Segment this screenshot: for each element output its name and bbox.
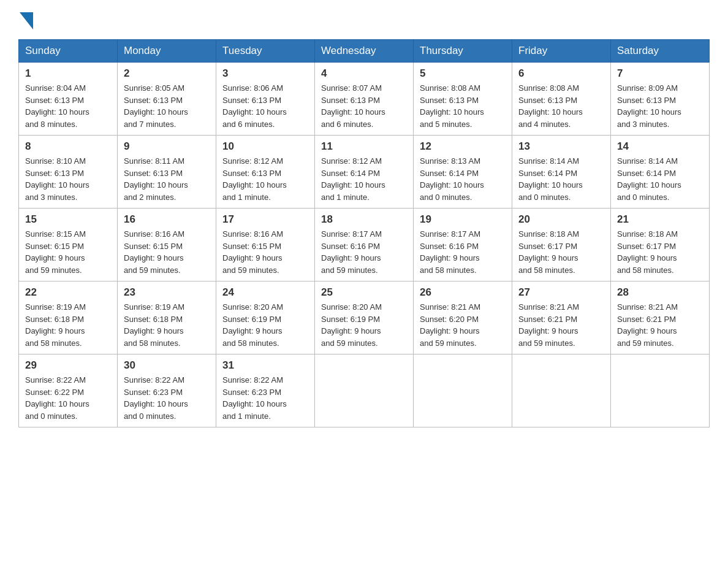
day-info: Sunrise: 8:05 AMSunset: 6:13 PMDaylight:… (124, 82, 210, 130)
day-info: Sunrise: 8:13 AMSunset: 6:14 PMDaylight:… (420, 155, 506, 203)
day-number: 13 (518, 140, 604, 153)
day-number: 29 (25, 359, 111, 372)
day-number: 15 (25, 213, 111, 226)
day-info: Sunrise: 8:17 AMSunset: 6:16 PMDaylight:… (321, 228, 407, 276)
calendar-cell: 20Sunrise: 8:18 AMSunset: 6:17 PMDayligh… (512, 209, 611, 282)
calendar-cell: 30Sunrise: 8:22 AMSunset: 6:23 PMDayligh… (118, 354, 216, 427)
day-number: 14 (617, 140, 703, 153)
day-info: Sunrise: 8:19 AMSunset: 6:18 PMDaylight:… (25, 301, 111, 349)
page-header (18, 12, 710, 27)
calendar-cell (414, 354, 512, 427)
day-number: 28 (617, 286, 703, 299)
day-number: 20 (518, 213, 604, 226)
calendar-week-row: 8Sunrise: 8:10 AMSunset: 6:13 PMDaylight… (19, 136, 710, 209)
day-number: 7 (617, 67, 703, 80)
logo (18, 12, 33, 27)
calendar-cell: 1Sunrise: 8:04 AMSunset: 6:13 PMDaylight… (19, 63, 118, 136)
day-number: 10 (222, 140, 308, 153)
day-number: 11 (321, 140, 407, 153)
calendar-cell: 19Sunrise: 8:17 AMSunset: 6:16 PMDayligh… (414, 209, 512, 282)
day-info: Sunrise: 8:16 AMSunset: 6:15 PMDaylight:… (124, 228, 210, 276)
day-number: 3 (222, 67, 308, 80)
day-info: Sunrise: 8:21 AMSunset: 6:20 PMDaylight:… (420, 301, 506, 349)
logo-triangle-icon (20, 12, 33, 29)
svg-marker-0 (20, 12, 33, 29)
calendar-cell: 12Sunrise: 8:13 AMSunset: 6:14 PMDayligh… (414, 136, 512, 209)
calendar-cell: 7Sunrise: 8:09 AMSunset: 6:13 PMDaylight… (611, 63, 710, 136)
day-info: Sunrise: 8:20 AMSunset: 6:19 PMDaylight:… (321, 301, 407, 349)
calendar-cell: 11Sunrise: 8:12 AMSunset: 6:14 PMDayligh… (315, 136, 414, 209)
day-info: Sunrise: 8:17 AMSunset: 6:16 PMDaylight:… (420, 228, 506, 276)
day-info: Sunrise: 8:22 AMSunset: 6:23 PMDaylight:… (124, 374, 210, 422)
day-info: Sunrise: 8:10 AMSunset: 6:13 PMDaylight:… (25, 155, 111, 203)
day-number: 18 (321, 213, 407, 226)
day-number: 26 (420, 286, 506, 299)
day-info: Sunrise: 8:18 AMSunset: 6:17 PMDaylight:… (518, 228, 604, 276)
calendar-week-row: 22Sunrise: 8:19 AMSunset: 6:18 PMDayligh… (19, 282, 710, 354)
day-number: 4 (321, 67, 407, 80)
calendar-header-saturday: Saturday (611, 40, 710, 63)
calendar-cell: 10Sunrise: 8:12 AMSunset: 6:13 PMDayligh… (216, 136, 315, 209)
day-number: 6 (518, 67, 604, 80)
day-number: 25 (321, 286, 407, 299)
day-number: 1 (25, 67, 111, 80)
day-info: Sunrise: 8:20 AMSunset: 6:19 PMDaylight:… (222, 301, 308, 349)
day-number: 2 (124, 67, 210, 80)
calendar-table: SundayMondayTuesdayWednesdayThursdayFrid… (18, 39, 710, 427)
day-number: 17 (222, 213, 308, 226)
day-info: Sunrise: 8:21 AMSunset: 6:21 PMDaylight:… (518, 301, 604, 349)
calendar-header-wednesday: Wednesday (315, 40, 414, 63)
day-info: Sunrise: 8:15 AMSunset: 6:15 PMDaylight:… (25, 228, 111, 276)
day-info: Sunrise: 8:14 AMSunset: 6:14 PMDaylight:… (518, 155, 604, 203)
calendar-cell: 9Sunrise: 8:11 AMSunset: 6:13 PMDaylight… (118, 136, 216, 209)
day-info: Sunrise: 8:12 AMSunset: 6:14 PMDaylight:… (321, 155, 407, 203)
day-number: 16 (124, 213, 210, 226)
calendar-cell (512, 354, 611, 427)
day-info: Sunrise: 8:12 AMSunset: 6:13 PMDaylight:… (222, 155, 308, 203)
calendar-cell: 18Sunrise: 8:17 AMSunset: 6:16 PMDayligh… (315, 209, 414, 282)
calendar-cell: 23Sunrise: 8:19 AMSunset: 6:18 PMDayligh… (118, 282, 216, 354)
day-info: Sunrise: 8:06 AMSunset: 6:13 PMDaylight:… (222, 82, 308, 130)
calendar-cell: 24Sunrise: 8:20 AMSunset: 6:19 PMDayligh… (216, 282, 315, 354)
day-info: Sunrise: 8:14 AMSunset: 6:14 PMDaylight:… (617, 155, 703, 203)
day-number: 19 (420, 213, 506, 226)
calendar-cell: 14Sunrise: 8:14 AMSunset: 6:14 PMDayligh… (611, 136, 710, 209)
calendar-cell: 6Sunrise: 8:08 AMSunset: 6:13 PMDaylight… (512, 63, 611, 136)
day-number: 27 (518, 286, 604, 299)
calendar-cell: 28Sunrise: 8:21 AMSunset: 6:21 PMDayligh… (611, 282, 710, 354)
calendar-header-friday: Friday (512, 40, 611, 63)
calendar-header-row: SundayMondayTuesdayWednesdayThursdayFrid… (19, 40, 710, 63)
day-info: Sunrise: 8:08 AMSunset: 6:13 PMDaylight:… (420, 82, 506, 130)
day-info: Sunrise: 8:07 AMSunset: 6:13 PMDaylight:… (321, 82, 407, 130)
calendar-cell: 17Sunrise: 8:16 AMSunset: 6:15 PMDayligh… (216, 209, 315, 282)
calendar-cell: 26Sunrise: 8:21 AMSunset: 6:20 PMDayligh… (414, 282, 512, 354)
calendar-header-sunday: Sunday (19, 40, 118, 63)
calendar-cell: 5Sunrise: 8:08 AMSunset: 6:13 PMDaylight… (414, 63, 512, 136)
calendar-cell: 15Sunrise: 8:15 AMSunset: 6:15 PMDayligh… (19, 209, 118, 282)
day-number: 24 (222, 286, 308, 299)
day-info: Sunrise: 8:19 AMSunset: 6:18 PMDaylight:… (124, 301, 210, 349)
day-number: 31 (222, 359, 308, 372)
calendar-week-row: 29Sunrise: 8:22 AMSunset: 6:22 PMDayligh… (19, 354, 710, 427)
day-number: 8 (25, 140, 111, 153)
day-number: 21 (617, 213, 703, 226)
calendar-cell: 22Sunrise: 8:19 AMSunset: 6:18 PMDayligh… (19, 282, 118, 354)
day-number: 23 (124, 286, 210, 299)
calendar-cell: 27Sunrise: 8:21 AMSunset: 6:21 PMDayligh… (512, 282, 611, 354)
day-info: Sunrise: 8:08 AMSunset: 6:13 PMDaylight:… (518, 82, 604, 130)
calendar-cell: 13Sunrise: 8:14 AMSunset: 6:14 PMDayligh… (512, 136, 611, 209)
calendar-cell: 4Sunrise: 8:07 AMSunset: 6:13 PMDaylight… (315, 63, 414, 136)
calendar-cell: 8Sunrise: 8:10 AMSunset: 6:13 PMDaylight… (19, 136, 118, 209)
day-number: 30 (124, 359, 210, 372)
day-info: Sunrise: 8:22 AMSunset: 6:23 PMDaylight:… (222, 374, 308, 422)
calendar-cell (315, 354, 414, 427)
day-number: 12 (420, 140, 506, 153)
calendar-cell: 25Sunrise: 8:20 AMSunset: 6:19 PMDayligh… (315, 282, 414, 354)
day-info: Sunrise: 8:18 AMSunset: 6:17 PMDaylight:… (617, 228, 703, 276)
calendar-cell: 3Sunrise: 8:06 AMSunset: 6:13 PMDaylight… (216, 63, 315, 136)
calendar-header-monday: Monday (118, 40, 216, 63)
calendar-header-tuesday: Tuesday (216, 40, 315, 63)
day-info: Sunrise: 8:09 AMSunset: 6:13 PMDaylight:… (617, 82, 703, 130)
day-info: Sunrise: 8:04 AMSunset: 6:13 PMDaylight:… (25, 82, 111, 130)
calendar-week-row: 1Sunrise: 8:04 AMSunset: 6:13 PMDaylight… (19, 63, 710, 136)
